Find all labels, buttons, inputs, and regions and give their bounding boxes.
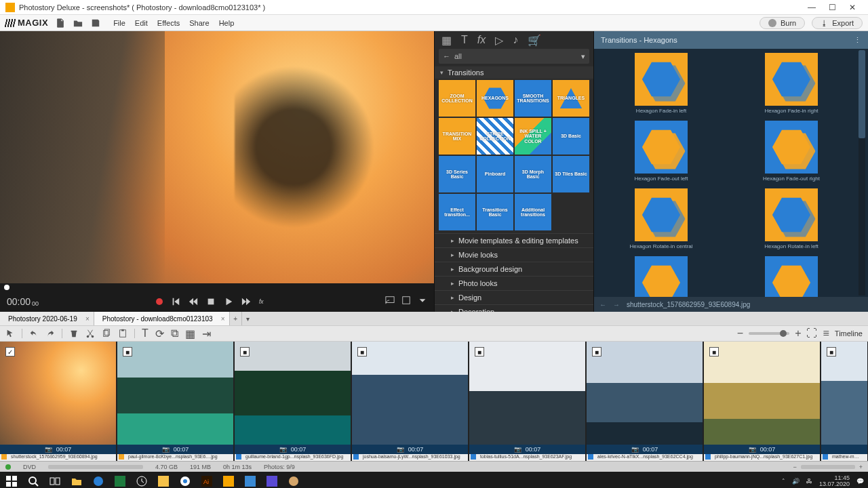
close-icon[interactable]: × [85,315,90,323]
pack-3dbasic[interactable]: 3D Basic [553,118,589,155]
illustrator-icon[interactable]: Ai [199,474,214,488]
copy-icon[interactable] [102,329,111,338]
export-button[interactable]: ⭳Export [812,17,863,29]
photostory-icon[interactable] [221,474,236,488]
paste-icon[interactable] [118,329,127,338]
pointer-tool-icon[interactable] [5,329,15,338]
minimize-button[interactable]: — [802,3,822,12]
zoom-out-icon[interactable]: − [793,464,796,470]
pack-3dmorph[interactable]: 3D Morph Basic [515,156,551,192]
zoom-in-icon[interactable]: + [795,327,801,340]
view-mode-label[interactable]: Timeline [835,329,863,338]
range-tool-icon[interactable]: ⇥ [202,327,211,340]
clip[interactable]: ■📷00:07ales-krivec-N-aTIkX...nsplash_93E… [587,342,704,461]
rotate-tool-icon[interactable]: ⟳ [155,327,164,340]
transitions-tab-icon[interactable]: ▷ [495,34,503,47]
transition-item[interactable] [727,253,856,297]
app1-icon[interactable] [264,474,279,488]
clip-checkbox[interactable]: ■ [123,347,132,357]
seekbar[interactable] [0,283,434,291]
project-tab[interactable]: Photostory 2020-06-19× [0,312,94,325]
store-tab-icon[interactable]: 🛒 [528,34,541,47]
transition-item[interactable]: Hexagon Fade-in left [597,50,726,117]
prev-button[interactable] [171,297,180,306]
cast-icon[interactable] [385,296,395,308]
filter-dropdown[interactable]: ← all ▾ [439,49,589,64]
section-transitions[interactable]: ▾Transitions [435,66,593,79]
clip-checkbox[interactable]: ■ [240,347,250,357]
grid-icon[interactable]: ▦ [441,34,452,47]
tabs-dropdown[interactable]: ▾ [242,312,254,325]
stop-button[interactable] [206,297,216,306]
new-file-icon[interactable] [55,18,66,28]
pack-3dseries[interactable]: 3D Series Basic [439,156,475,192]
playhead[interactable] [4,285,9,290]
start-button[interactable] [4,474,19,488]
taskview-icon[interactable] [47,474,62,488]
clip[interactable]: ■📷00:07tobias-tullius-51dA...nsplash_93E… [469,342,587,461]
section-photolooks[interactable]: ▸Photo looks [435,276,593,290]
transition-item[interactable]: Hexagon Fade-out right [727,118,856,184]
transition-item[interactable] [597,253,726,297]
close-icon[interactable]: × [221,315,225,323]
pack-tbasic[interactable]: Transitions Basic [477,194,513,230]
pack-effect[interactable]: Effect transition... [439,194,475,230]
pack-smooth[interactable]: SMOOTH TRANSITIONS [515,80,551,117]
menu-effects[interactable]: Effects [157,19,180,27]
section-design[interactable]: ▸Design [435,290,593,304]
zoom-in-icon[interactable]: + [859,464,863,470]
transition-item[interactable]: Hexagon Fade-in right [727,50,856,117]
transition-item[interactable]: Hexagon Rotate-in left [727,186,856,252]
save-icon[interactable] [90,18,101,28]
fit-icon[interactable]: ⛶ [806,327,817,340]
clip-checkbox[interactable]: ■ [709,347,719,357]
menu-share[interactable]: Share [189,19,209,27]
section-decoration[interactable]: ▸Decoration [435,304,593,312]
clip-checkbox[interactable]: ■ [592,347,601,357]
chrome-icon[interactable] [178,474,193,488]
search-icon[interactable] [26,474,41,488]
burn-button[interactable]: Burn [760,17,805,29]
title-tool-icon[interactable]: T [142,327,149,340]
gallery-scrollbar[interactable] [859,50,865,296]
notifications-icon[interactable]: 💬 [856,478,864,485]
clip-checkbox[interactable]: ✓ [5,347,15,357]
tray-chevron-icon[interactable]: ˄ [782,478,785,485]
audio-tab-icon[interactable]: ♪ [513,34,518,46]
redo-icon[interactable] [45,329,55,338]
explorer-icon[interactable] [69,474,84,488]
photos-icon[interactable] [243,474,258,488]
close-button[interactable]: ✕ [842,3,863,12]
paint-icon[interactable] [286,474,301,488]
pack-3dtiles[interactable]: 3D Tiles Basic [553,156,589,192]
text-icon[interactable]: T [461,34,468,46]
cut-icon[interactable] [85,329,95,338]
zoom-out-icon[interactable]: − [737,327,743,340]
grid-tool-icon[interactable]: ▦ [185,327,195,340]
zoom-slider[interactable] [749,332,789,335]
clip[interactable]: ■📷00:07joshua-balsamo-jLyW...nsplash_93E… [352,342,469,461]
excel-icon[interactable] [113,474,127,488]
undo-icon[interactable] [29,329,39,338]
timeline[interactable]: ✓📷00:07shutterstock_1576862959_93E60894.… [0,342,868,461]
delete-icon[interactable] [69,329,79,338]
pack-triangles[interactable]: TRIANGLES [553,80,589,117]
tray-volume-icon[interactable]: 🔊 [792,478,800,485]
clip-checkbox[interactable]: ■ [827,347,836,357]
pack-pinboard[interactable]: Pinboard [477,156,513,192]
gallery-menu-icon[interactable]: ⋮ [854,36,861,45]
pack-additional[interactable]: Additional transitions [515,194,551,230]
pack-hexagons[interactable]: HEXAGONS [477,80,513,117]
pack-mix[interactable]: TRANSITION MIX [439,118,475,155]
record-button[interactable] [156,298,163,305]
nav-back-icon[interactable]: ← [599,301,606,308]
maximize-button[interactable]: ☐ [822,3,842,12]
clip[interactable]: ■mathew-macqua....jpg [821,342,868,461]
list-icon[interactable]: ≡ [823,327,829,340]
zoom-bar[interactable] [801,465,855,469]
menu-file[interactable]: File [113,19,125,27]
clip[interactable]: ■📷00:07philipp-baumann-jNQ...nsplash_93E… [704,342,821,461]
fullscreen-icon[interactable] [401,296,411,308]
section-bgdesign[interactable]: ▸Background design [435,262,593,276]
notes-icon[interactable] [156,474,171,488]
